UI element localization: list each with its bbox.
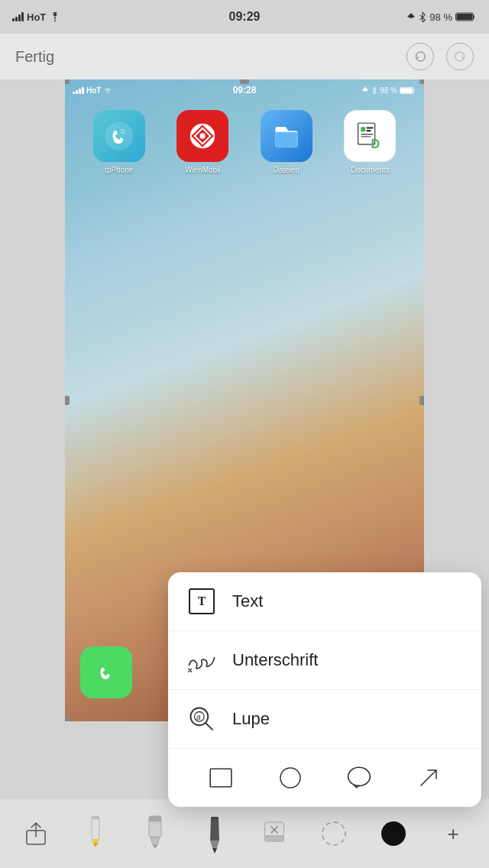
shape-bubble-icon[interactable]	[342, 761, 376, 795]
share-icon	[25, 821, 47, 847]
svg-rect-29	[149, 816, 161, 822]
status-left: HoT	[12, 11, 61, 23]
inner-battery-pct: 98 %	[380, 86, 397, 95]
svg-marker-33	[210, 840, 219, 848]
svg-point-3	[108, 92, 109, 94]
svg-text:a: a	[196, 713, 201, 721]
resize-handle-mid-top[interactable]	[240, 79, 249, 84]
undo-redo-group	[406, 43, 474, 70]
svg-point-8	[200, 133, 206, 138]
resize-handle-top-left[interactable]	[65, 79, 70, 84]
marker-icon	[147, 815, 164, 853]
wienmobil-label: WienMobil	[185, 166, 221, 174]
eraser-tool[interactable]	[254, 811, 294, 857]
inner-time: 09:28	[233, 85, 257, 96]
svg-point-6	[105, 121, 133, 150]
svg-marker-31	[153, 845, 157, 849]
svg-rect-35	[211, 817, 219, 819]
shape-arrow-icon[interactable]	[412, 761, 445, 795]
inner-carrier: HoT	[86, 86, 101, 95]
bottom-toolbar: +	[0, 799, 489, 868]
pen-tool[interactable]	[195, 811, 235, 857]
shape-rect-icon[interactable]	[204, 761, 238, 795]
popup-item-text[interactable]: T Text	[168, 572, 481, 631]
active-tool[interactable]	[374, 811, 413, 857]
resize-handle-top-right[interactable]	[419, 79, 424, 84]
undo-button[interactable]	[406, 43, 434, 70]
svg-rect-15	[361, 136, 371, 137]
svg-rect-37	[265, 836, 284, 841]
phone-icon	[92, 659, 120, 686]
svg-point-22	[348, 767, 371, 785]
svg-rect-14	[361, 134, 374, 134]
svg-marker-32	[210, 818, 219, 840]
signature-tool-icon	[186, 645, 217, 675]
app-icon-dateien[interactable]: Dateien	[252, 110, 321, 174]
pencil-tool[interactable]	[76, 811, 115, 857]
svg-rect-5	[400, 88, 413, 92]
status-time: 09:29	[229, 10, 261, 24]
svg-marker-34	[212, 848, 217, 853]
svg-point-21	[280, 768, 300, 788]
signal-bars	[12, 12, 24, 21]
documents-icon: D	[344, 110, 396, 162]
inner-status-left: HoT	[73, 86, 112, 95]
phone-app-icon[interactable]	[80, 646, 132, 698]
inner-bluetooth-icon	[371, 86, 377, 95]
resize-handle-mid-right[interactable]	[419, 396, 424, 405]
app-icon-tpphone[interactable]: tpPhone	[85, 110, 154, 174]
lasso-tool[interactable]	[314, 811, 354, 857]
inner-status-right: 98 %	[361, 86, 416, 95]
wifi-icon	[49, 12, 61, 21]
svg-rect-12	[367, 127, 374, 128]
undo-icon	[414, 50, 426, 63]
status-right: 98 %	[406, 11, 477, 23]
share-button[interactable]	[16, 811, 56, 857]
redo-button[interactable]	[446, 43, 474, 70]
unterschrift-tool-label: Unterschrift	[232, 650, 318, 670]
popup-item-lupe[interactable]: a Lupe	[168, 690, 481, 749]
svg-rect-20	[210, 769, 232, 786]
popup-menu: T Text Unterschrift a Lupe	[168, 572, 481, 807]
svg-rect-2	[457, 14, 473, 20]
pencil-icon	[89, 815, 102, 853]
resize-handle-mid-left[interactable]	[65, 396, 70, 405]
wienmobil-icon	[176, 110, 228, 162]
tpphone-label: tpPhone	[105, 166, 133, 174]
svg-point-0	[54, 20, 56, 21]
redo-icon	[454, 50, 466, 63]
documents-label: Documents	[351, 166, 390, 174]
battery-icon	[455, 11, 477, 22]
text-tool-icon: T	[186, 586, 217, 617]
pen-icon	[209, 814, 221, 853]
svg-marker-26	[93, 844, 99, 847]
dateien-label: Dateien	[274, 166, 300, 174]
svg-rect-11	[361, 127, 366, 131]
marker-tool[interactable]	[135, 811, 175, 857]
add-tool-button[interactable]: +	[433, 811, 473, 857]
resize-handle-bottom-left[interactable]	[65, 717, 70, 721]
popup-item-unterschrift[interactable]: Unterschrift	[168, 631, 481, 690]
bluetooth-icon	[419, 11, 426, 22]
tpphone-icon	[93, 110, 145, 162]
shape-circle-icon[interactable]	[274, 761, 307, 795]
location-icon	[406, 12, 416, 21]
plus-icon[interactable]: +	[447, 822, 458, 846]
app-icons-row: tpPhone WienMobil	[65, 110, 424, 174]
eraser-icon	[263, 815, 286, 853]
text-tool-label: Text	[232, 591, 263, 611]
app-icon-documents[interactable]: D Documents	[335, 110, 404, 174]
app-icon-wienmobil[interactable]: WienMobil	[168, 110, 237, 174]
inner-wifi-icon	[103, 86, 112, 94]
lupe-tool-label: Lupe	[232, 709, 270, 729]
dateien-icon	[261, 110, 313, 162]
inner-battery-icon	[400, 86, 416, 95]
filled-circle-icon	[381, 821, 406, 846]
top-toolbar: Fertig	[0, 34, 489, 79]
svg-rect-13	[367, 130, 371, 131]
svg-rect-27	[92, 817, 99, 820]
popup-shapes-row	[168, 749, 481, 807]
svg-text:D: D	[371, 137, 381, 151]
fertig-button[interactable]: Fertig	[15, 48, 54, 66]
svg-marker-30	[151, 837, 160, 846]
